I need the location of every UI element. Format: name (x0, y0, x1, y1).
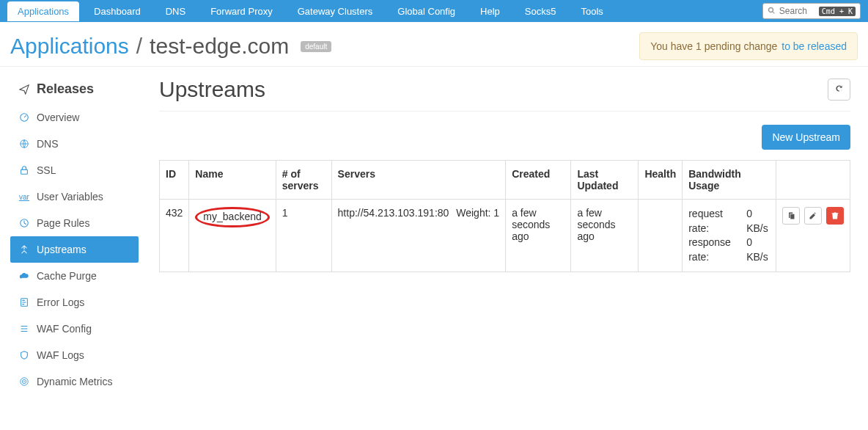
new-upstream-button[interactable]: New Upstream (762, 125, 850, 150)
th-id: ID (160, 161, 189, 200)
sidebar: Releases Overview DNS SSL var User Varia… (0, 67, 149, 402)
sidebar-item-cache-purge[interactable]: Cache Purge (10, 263, 139, 289)
cell-lastupdated: a few seconds ago (571, 200, 639, 272)
tab-forward-proxy[interactable]: Forward Proxy (200, 1, 283, 21)
th-actions (776, 161, 850, 200)
sidebar-label: User Variables (37, 191, 103, 203)
sidebar-item-dns[interactable]: DNS (10, 131, 139, 157)
cell-servers: http://54.213.103.191:80 Weight: 1 (331, 200, 506, 272)
paper-plane-icon (19, 84, 29, 95)
sidebar-label: WAF Logs (37, 349, 84, 361)
sidebar-item-overview[interactable]: Overview (10, 104, 139, 131)
copy-button[interactable] (782, 207, 800, 225)
default-badge: default (301, 41, 331, 52)
edit-icon (809, 211, 817, 220)
cell-health (639, 200, 683, 272)
name-annotation: my_backend (195, 207, 269, 227)
sidebar-label: Overview (37, 112, 79, 123)
lock-icon (19, 165, 29, 175)
shield-log-icon (19, 350, 29, 360)
th-bandwidth: Bandwidth Usage (683, 161, 776, 200)
bw-resp-val: 0 KB/s (746, 236, 770, 264)
breadcrumb-root[interactable]: Applications (10, 34, 129, 59)
tab-help[interactable]: Help (470, 1, 510, 21)
svg-rect-2 (21, 170, 28, 174)
search-input[interactable] (779, 6, 816, 16)
sidebar-item-upstreams[interactable]: Upstreams (10, 236, 139, 263)
refresh-icon (834, 84, 844, 93)
content: Upstreams New Upstream ID Name # of serv… (149, 67, 868, 402)
sidebar-label: DNS (37, 138, 59, 150)
search-icon (768, 7, 776, 15)
alert-link[interactable]: to be released (781, 40, 847, 52)
edit-button[interactable] (804, 207, 822, 225)
page-title: Upstreams (159, 77, 265, 102)
th-lastupdated: Last Updated (571, 161, 639, 200)
sidebar-item-waf-config[interactable]: WAF Config (10, 316, 139, 342)
bw-req-val: 0 KB/s (746, 207, 770, 236)
tab-dns[interactable]: DNS (155, 1, 196, 21)
dashboard-icon (19, 112, 29, 123)
sidebar-label: WAF Config (37, 323, 92, 335)
refresh-button[interactable] (828, 79, 850, 101)
sidebar-label: SSL (37, 164, 56, 176)
top-tabs: Applications Dashboard DNS Forward Proxy… (0, 0, 868, 22)
sidebar-label: Upstreams (37, 244, 87, 255)
cell-actions (776, 200, 850, 272)
delete-button[interactable] (826, 207, 844, 225)
th-servers: Servers (331, 161, 506, 200)
server-weight: Weight: 1 (456, 207, 499, 219)
th-health: Health (639, 161, 683, 200)
alert-text: You have 1 pending change (650, 40, 777, 52)
table-row: 432 my_backend 1 http://54.213.103.191:8… (160, 200, 850, 272)
clock-icon (19, 218, 29, 228)
log-icon (19, 297, 29, 307)
target-icon (19, 376, 29, 387)
breadcrumb-current: test-edge.com (150, 34, 289, 59)
trash-icon (831, 211, 839, 220)
th-name: Name (189, 161, 276, 200)
tab-socks5[interactable]: Socks5 (515, 1, 567, 21)
sidebar-item-page-rules[interactable]: Page Rules (10, 210, 139, 236)
upstreams-table: ID Name # of servers Servers Created Las… (159, 160, 850, 272)
sidebar-label: Releases (37, 81, 94, 97)
cloud-icon (19, 271, 29, 281)
sidebar-item-dynamic-metrics[interactable]: Dynamic Metrics (10, 368, 139, 395)
cell-numservers: 1 (276, 200, 331, 272)
tab-tools[interactable]: Tools (570, 1, 613, 21)
sidebar-label: Dynamic Metrics (37, 376, 112, 387)
breadcrumb: Applications / test-edge.com default (10, 34, 331, 59)
breadcrumb-sep: / (136, 34, 142, 59)
list-icon (19, 324, 29, 334)
pending-changes-alert: You have 1 pending change to be released (639, 32, 858, 60)
svg-point-7 (24, 382, 25, 382)
copy-icon (787, 211, 795, 220)
tab-applications[interactable]: Applications (7, 1, 79, 21)
breadcrumb-row: Applications / test-edge.com default You… (0, 22, 868, 67)
server-url: http://54.213.103.191:80 (338, 207, 449, 219)
sidebar-item-user-variables[interactable]: var User Variables (10, 183, 139, 210)
upstreams-icon (19, 244, 29, 255)
sidebar-item-releases[interactable]: Releases (10, 74, 139, 104)
sidebar-item-error-logs[interactable]: Error Logs (10, 289, 139, 316)
bw-req-label: request rate: (688, 207, 739, 236)
sidebar-label: Error Logs (37, 296, 84, 308)
th-created: Created (506, 161, 571, 200)
cell-id: 432 (160, 200, 189, 272)
search-box[interactable]: Cmd + K (762, 3, 861, 19)
cell-bandwidth: request rate: response rate: 0 KB/s 0 KB… (683, 200, 776, 272)
bw-resp-label: response rate: (688, 236, 739, 264)
tab-dashboard[interactable]: Dashboard (84, 1, 151, 21)
sidebar-label: Cache Purge (37, 270, 97, 282)
tab-global-config[interactable]: Global Config (387, 1, 466, 21)
th-numservers: # of servers (276, 161, 331, 200)
globe-icon (19, 139, 29, 149)
var-icon: var (19, 193, 29, 201)
sidebar-item-ssl[interactable]: SSL (10, 157, 139, 183)
cell-name: my_backend (189, 200, 276, 272)
tab-gateway-clusters[interactable]: Gateway Clusters (287, 1, 383, 21)
sidebar-item-waf-logs[interactable]: WAF Logs (10, 342, 139, 368)
search-kbd: Cmd + K (819, 7, 856, 16)
sidebar-label: Page Rules (37, 217, 89, 229)
cell-created: a few seconds ago (506, 200, 571, 272)
